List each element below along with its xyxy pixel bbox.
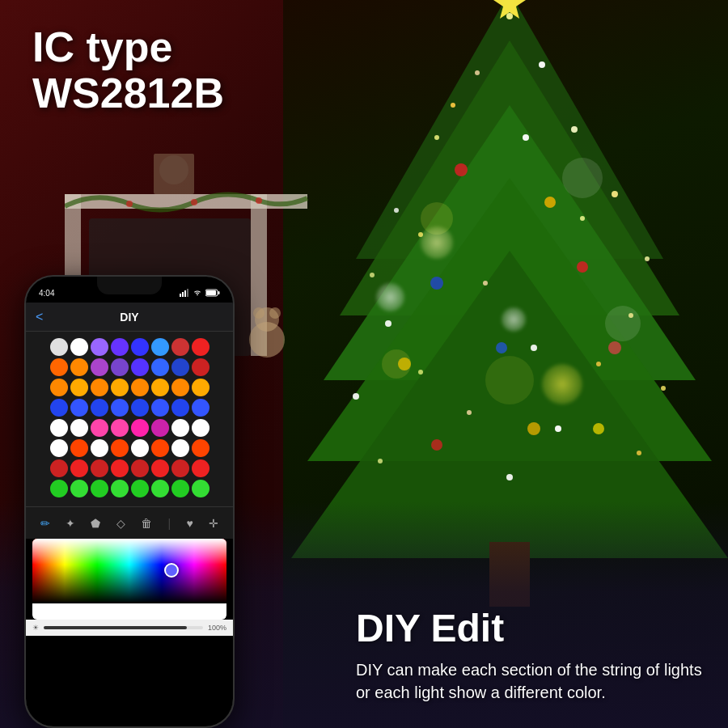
dot-7-2[interactable] xyxy=(91,480,108,497)
dot-1-7[interactable] xyxy=(192,358,210,376)
dot-2-3[interactable] xyxy=(111,379,129,396)
dot-5-4[interactable] xyxy=(131,439,149,457)
dot-6-5[interactable] xyxy=(151,459,169,477)
dot-3-2[interactable] xyxy=(91,399,108,417)
brightness-value: 100% xyxy=(208,624,226,632)
dot-6-3[interactable] xyxy=(111,459,129,477)
sparkle-tool[interactable]: ✦ xyxy=(66,517,75,530)
dot-3-0[interactable] xyxy=(50,399,68,417)
dot-1-3[interactable] xyxy=(111,358,129,376)
dot-5-3[interactable] xyxy=(111,439,129,457)
dot-1-0[interactable] xyxy=(50,358,68,376)
dot-4-1[interactable] xyxy=(70,419,88,437)
dot-5-6[interactable] xyxy=(171,439,189,457)
dot-7-6[interactable] xyxy=(171,480,189,497)
battery-icon xyxy=(205,289,220,297)
dot-2-0[interactable] xyxy=(50,379,68,396)
dot-7-4[interactable] xyxy=(131,480,149,497)
dot-3-1[interactable] xyxy=(70,399,88,417)
dot-5-1[interactable] xyxy=(70,439,88,457)
dot-2-4[interactable] xyxy=(131,379,149,396)
dot-2-5[interactable] xyxy=(151,379,169,396)
dot-3-4[interactable] xyxy=(131,399,149,417)
svg-point-33 xyxy=(562,158,603,198)
bokeh-light-4 xyxy=(376,283,404,311)
eraser-tool[interactable]: ◇ xyxy=(116,517,125,530)
divider: | xyxy=(168,517,171,530)
svg-rect-61 xyxy=(180,294,181,297)
svg-point-54 xyxy=(126,201,133,207)
tools-toolbar: ✏ ✦ ⬟ ◇ 🗑 | ♥ ✛ xyxy=(26,506,233,539)
dot-0-1[interactable] xyxy=(70,338,88,356)
dot-5-0[interactable] xyxy=(50,439,68,457)
dot-1-5[interactable] xyxy=(151,358,169,376)
heart-tool[interactable]: ♥ xyxy=(187,517,193,530)
dot-1-1[interactable] xyxy=(70,358,88,376)
dot-5-5[interactable] xyxy=(151,439,169,457)
dot-6-7[interactable] xyxy=(192,459,210,477)
diy-description: DIY can make each section of the string … xyxy=(356,658,704,704)
dot-5-7[interactable] xyxy=(192,439,210,457)
dot-6-2[interactable] xyxy=(91,459,108,477)
dot-3-5[interactable] xyxy=(151,399,169,417)
svg-point-27 xyxy=(467,410,472,415)
dot-3-3[interactable] xyxy=(111,399,129,417)
svg-point-7 xyxy=(475,70,480,75)
dot-1-6[interactable] xyxy=(171,358,189,376)
dot-7-3[interactable] xyxy=(111,480,129,497)
svg-point-6 xyxy=(506,13,513,19)
dot-6-6[interactable] xyxy=(171,459,189,477)
dot-4-5[interactable] xyxy=(151,419,169,437)
svg-point-19 xyxy=(385,320,392,327)
dot-0-6[interactable] xyxy=(171,338,189,356)
dot-7-1[interactable] xyxy=(70,480,88,497)
pencil-tool[interactable]: ✏ xyxy=(40,517,50,530)
dot-4-2[interactable] xyxy=(91,419,108,437)
svg-point-21 xyxy=(483,281,488,286)
dot-row-6 xyxy=(32,459,226,477)
dot-3-6[interactable] xyxy=(171,399,189,417)
dot-1-4[interactable] xyxy=(131,358,149,376)
dot-0-0[interactable] xyxy=(50,338,68,356)
nav-back-button[interactable]: < xyxy=(36,310,43,324)
dot-6-4[interactable] xyxy=(131,459,149,477)
color-gradient[interactable] xyxy=(32,539,226,603)
dot-5-2[interactable] xyxy=(91,439,108,457)
dot-4-7[interactable] xyxy=(192,419,210,437)
dot-2-2[interactable] xyxy=(91,379,108,396)
fill-tool[interactable]: ⬟ xyxy=(91,517,100,530)
dot-0-5[interactable] xyxy=(151,338,169,356)
dot-2-1[interactable] xyxy=(70,379,88,396)
dot-2-7[interactable] xyxy=(192,379,210,396)
dot-6-0[interactable] xyxy=(50,459,68,477)
dot-row-5 xyxy=(32,439,226,457)
status-icons xyxy=(180,289,220,297)
dot-4-0[interactable] xyxy=(50,419,68,437)
dot-4-6[interactable] xyxy=(171,419,189,437)
dot-0-3[interactable] xyxy=(111,338,129,356)
delete-tool[interactable]: 🗑 xyxy=(141,517,152,530)
dot-3-7[interactable] xyxy=(192,399,210,417)
dot-row-7 xyxy=(32,480,226,497)
color-dots-grid[interactable] xyxy=(26,332,233,506)
dot-4-3[interactable] xyxy=(111,419,129,437)
signal-icon xyxy=(180,289,189,297)
dot-row-4 xyxy=(32,419,226,437)
dot-0-4[interactable] xyxy=(131,338,149,356)
wifi-icon xyxy=(193,289,202,297)
dot-6-1[interactable] xyxy=(70,459,88,477)
dot-4-4[interactable] xyxy=(131,419,149,437)
dot-7-5[interactable] xyxy=(151,480,169,497)
svg-point-46 xyxy=(593,423,604,434)
dot-0-2[interactable] xyxy=(91,338,108,356)
dot-2-6[interactable] xyxy=(171,379,189,396)
dot-7-7[interactable] xyxy=(192,480,210,497)
bokeh-light-1 xyxy=(421,226,453,259)
dot-1-2[interactable] xyxy=(91,358,108,376)
dot-7-0[interactable] xyxy=(50,480,68,497)
dot-0-7[interactable] xyxy=(192,338,210,356)
brightness-slider[interactable] xyxy=(44,626,203,629)
color-picker[interactable] xyxy=(32,539,226,620)
move-tool[interactable]: ✛ xyxy=(209,517,218,530)
svg-rect-67 xyxy=(218,291,220,294)
